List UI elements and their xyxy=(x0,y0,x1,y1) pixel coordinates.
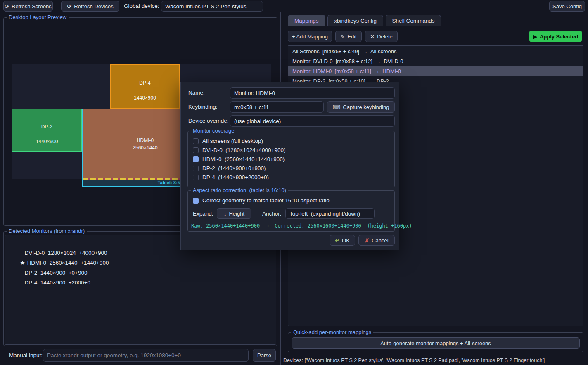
capture-keybinding-label: Capture keybinding xyxy=(343,104,389,110)
apply-selected-label: Apply Selected xyxy=(540,33,578,40)
top-toolbar: ⟳ Refresh Screens ⟳ Refresh Devices Glob… xyxy=(0,0,588,12)
tab-xbindkeys-config[interactable]: xbindkeys Config xyxy=(327,15,383,26)
add-mapping-label: + Add Mapping xyxy=(292,33,328,40)
keyboard-icon: ⌨ xyxy=(333,104,341,110)
mapping-row[interactable]: All Screens [m:0x58 + c:49] → All screen… xyxy=(288,47,583,57)
global-device-input[interactable] xyxy=(161,1,263,12)
cancel-button[interactable]: ✗ Cancel xyxy=(358,235,395,246)
anchor-select[interactable] xyxy=(285,208,375,219)
detected-monitors-legend: Detected Monitors (from xrandr) xyxy=(7,228,87,235)
coverage-dp2-checkbox[interactable] xyxy=(193,166,199,171)
mapping-editor-dialog: Name: Keybinding: ⌨ Capture keybinding D… xyxy=(180,82,399,250)
keybinding-label: Keybinding: xyxy=(188,101,218,113)
ok-label: OK xyxy=(342,237,350,244)
manual-xrandr-input[interactable] xyxy=(43,349,249,362)
refresh-icon: ⟳ xyxy=(67,4,71,9)
tab-shell-commands[interactable]: Shell Commands xyxy=(386,15,441,26)
updown-arrow-icon: ↕ xyxy=(224,211,227,216)
parse-button[interactable]: Parse xyxy=(253,349,276,362)
auto-generate-mappings-button[interactable]: Auto-generate monitor mappings + All-scr… xyxy=(292,337,580,349)
save-config-label: Save Config xyxy=(552,3,582,9)
mappings-toolbar: + Add Mapping ✎ Edit ✕ Delete ▶ Apply Se… xyxy=(281,31,588,42)
refresh-screens-button[interactable]: ⟳ Refresh Screens xyxy=(3,1,53,12)
coverage-dvid0-label: DVI-D-0 (1280×1024+4000+900) xyxy=(202,147,286,153)
play-icon: ▶ xyxy=(533,34,537,39)
monitor-coverage-legend: Monitor coverage xyxy=(191,128,236,134)
desktop-layout-preview-legend: Desktop Layout Preview xyxy=(7,14,69,21)
anchor-label: Anchor: xyxy=(262,208,282,220)
keybinding-input[interactable] xyxy=(230,101,324,113)
capture-keybinding-button[interactable]: ⌨ Capture keybinding xyxy=(327,101,395,113)
monitor-rect-dp4: DP-4 1440×900 xyxy=(110,64,180,109)
expand-label: Expand: xyxy=(193,208,213,220)
coverage-all-screens-checkbox[interactable] xyxy=(193,138,199,144)
name-label: Name: xyxy=(188,87,205,99)
refresh-screens-label: Refresh Screens xyxy=(12,3,52,9)
device-override-input[interactable] xyxy=(230,115,395,127)
correct-geometry-checkbox[interactable] xyxy=(193,198,199,204)
manual-input-row: Manual input: Parse xyxy=(0,349,280,362)
monitor-rect-hdmi0-label: HDMI-0 2560×1440 xyxy=(133,137,157,152)
correct-geometry-label: Correct geometry to match tablet 16:10 a… xyxy=(202,197,330,204)
save-config-button[interactable]: Save Config xyxy=(549,1,585,12)
coverage-hdmi0-label: HDMI-0 (2560×1440+1440+900) xyxy=(202,156,285,162)
cancel-x-icon: ✗ xyxy=(365,238,369,243)
add-mapping-button[interactable]: + Add Mapping xyxy=(288,31,332,42)
expand-mode-button[interactable]: ↕ Height xyxy=(217,208,251,219)
delete-mapping-label: Delete xyxy=(377,33,393,40)
edit-mapping-button[interactable]: ✎ Edit xyxy=(335,31,362,42)
raw-corrected-readout: Raw: 2560×1440+1440+900 → Corrected: 256… xyxy=(191,223,412,229)
cancel-label: Cancel xyxy=(372,237,388,244)
detected-monitors-list: DVI-D-0 1280×1024 +4000+900 ★HDMI-0 2560… xyxy=(5,235,276,345)
refresh-icon: ⟳ xyxy=(5,4,9,9)
tab-bar: Mappings xbindkeys Config Shell Commands xyxy=(281,15,588,26)
delete-icon: ✕ xyxy=(370,34,375,39)
ok-button[interactable]: ↵ OK xyxy=(330,235,355,246)
monitor-rect-dp2-label: DP-2 1440×900 xyxy=(36,116,58,145)
parse-label: Parse xyxy=(257,352,271,358)
mapping-row[interactable]: Monitor: DVI-D-0 [m:0x58 + c:12] → DVI-D… xyxy=(288,57,583,66)
coverage-hdmi0-checkbox[interactable] xyxy=(193,156,199,162)
devices-status-bar: Devices: ['Wacom Intuos PT S 2 Pen stylu… xyxy=(281,356,588,365)
name-input[interactable] xyxy=(230,87,395,99)
refresh-devices-button[interactable]: ⟳ Refresh Devices xyxy=(61,1,119,12)
global-device-label: Global device: xyxy=(124,0,159,12)
monitor-rect-dp2: DP-2 1440×900 xyxy=(12,109,82,152)
monitor-rect-dp4-label: DP-4 1440×900 xyxy=(134,72,156,102)
coverage-all-screens-label: All screens (full desktop) xyxy=(202,138,263,144)
tab-mappings[interactable]: Mappings xyxy=(288,15,325,26)
mapping-row-selected[interactable]: Monitor: HDMI-0 [m:0x58 + c:11] → HDMI-0 xyxy=(288,66,583,76)
manual-input-label: Manual input: xyxy=(9,349,43,362)
coverage-dp2-label: DP-2 (1440×900+0+900) xyxy=(202,165,266,171)
edit-mapping-label: Edit xyxy=(347,33,356,40)
coverage-dvid0-checkbox[interactable] xyxy=(193,147,199,153)
aspect-ratio-group: Aspect ratio correction (tablet is 16:10… xyxy=(187,190,395,232)
quick-add-group: Quick-add per-monitor mappings Auto-gene… xyxy=(288,332,583,352)
device-override-label: Device override: xyxy=(188,115,229,127)
expand-mode-label: Height xyxy=(229,211,244,217)
coverage-dp4-label: DP-4 (1440×900+2000+0) xyxy=(202,174,269,180)
auto-generate-mappings-label: Auto-generate monitor mappings + All-scr… xyxy=(380,340,491,346)
quick-add-legend: Quick-add per-monitor mappings xyxy=(291,329,373,336)
apply-selected-button[interactable]: ▶ Apply Selected xyxy=(529,31,582,42)
coverage-dp4-checkbox[interactable] xyxy=(193,175,199,180)
ok-return-icon: ↵ xyxy=(335,238,339,243)
edit-icon: ✎ xyxy=(340,34,345,39)
delete-mapping-button[interactable]: ✕ Delete xyxy=(365,31,398,42)
primary-star-icon: ★ xyxy=(20,260,25,266)
aspect-ratio-legend: Aspect ratio correction (tablet is 16:10… xyxy=(191,187,288,194)
tablet-ratio-label: Tablet: 8:5 xyxy=(158,180,180,185)
monitor-coverage-group: Monitor coverage All screens (full deskt… xyxy=(187,131,395,187)
refresh-devices-label: Refresh Devices xyxy=(74,3,113,9)
